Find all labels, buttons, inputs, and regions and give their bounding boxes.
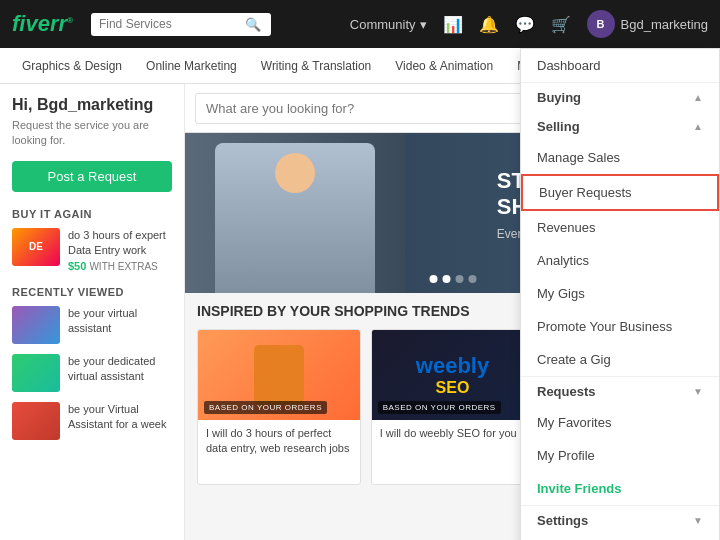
dropdown-settings[interactable]: Settings ▼ xyxy=(521,506,719,535)
weebly-text: weebly xyxy=(416,353,489,379)
notifications-icon[interactable]: 🔔 xyxy=(479,15,499,34)
main-layout: Hi, Bgd_marketing Request the service yo… xyxy=(0,84,720,540)
header-nav: Community ▾ 📊 🔔 💬 🛒 B Bgd_marketing xyxy=(350,10,708,38)
banner-person-head xyxy=(275,153,315,193)
recent-item-2: be your dedicated virtual assistant xyxy=(12,354,172,392)
cart-icon[interactable]: 🛒 xyxy=(551,15,571,34)
recent-item-1: be your virtual assistant xyxy=(12,306,172,344)
username-label: Bgd_marketing xyxy=(621,17,708,32)
based-badge-2: BASED ON YOUR ORDERS xyxy=(378,401,501,414)
header-search-input[interactable] xyxy=(99,17,239,31)
recently-viewed-title: RECENTLY VIEWED xyxy=(12,286,172,298)
banner-dots xyxy=(429,275,476,283)
recent-text-2: be your dedicated virtual assistant xyxy=(68,354,172,385)
card-body-2: I will do weebly SEO for you xyxy=(372,420,534,447)
dropdown-manage-sales[interactable]: Manage Sales xyxy=(521,141,719,174)
buy-again-thumbnail: DE xyxy=(12,228,60,266)
buying-arrow-icon: ▲ xyxy=(693,92,703,103)
cat-graphics[interactable]: Graphics & Design xyxy=(10,48,134,84)
header: fiverr® 🔍 Community ▾ 📊 🔔 💬 🛒 B Bgd_mark… xyxy=(0,0,720,48)
cat-writing[interactable]: Writing & Translation xyxy=(249,48,384,84)
cat-marketing[interactable]: Online Marketing xyxy=(134,48,249,84)
dropdown-invite-friends[interactable]: Invite Friends xyxy=(521,472,719,505)
user-dropdown-menu: Dashboard Buying ▲ Selling ▲ Manage Sale… xyxy=(520,84,720,540)
card-image-2: weebly SEO BASED ON YOUR ORDERS xyxy=(372,330,534,420)
sidebar-greeting: Hi, Bgd_marketing xyxy=(12,96,172,114)
user-menu[interactable]: B Bgd_marketing xyxy=(587,10,708,38)
banner-person-figure xyxy=(215,143,375,293)
dropdown-revenues[interactable]: Revenues xyxy=(521,211,719,244)
buy-again-item: DE do 3 hours of expert Data Entry work … xyxy=(12,228,172,274)
recent-text-3: be your Virtual Assistant for a week xyxy=(68,402,172,433)
weebly-seo-text: SEO xyxy=(436,379,470,397)
cat-video[interactable]: Video & Animation xyxy=(383,48,505,84)
based-badge-1: BASED ON YOUR ORDERS xyxy=(204,401,327,414)
inspired-card-2[interactable]: weebly SEO BASED ON YOUR ORDERS I will d… xyxy=(371,329,535,485)
dropdown-selling[interactable]: Selling ▲ xyxy=(521,112,719,141)
recent-item-3: be your Virtual Assistant for a week xyxy=(12,402,172,440)
dropdown-buyer-requests[interactable]: Buyer Requests xyxy=(521,174,719,211)
card-image-1: BASED ON YOUR ORDERS xyxy=(198,330,360,420)
buy-again-text: do 3 hours of expert Data Entry work $50… xyxy=(68,228,172,274)
dropdown-my-gigs[interactable]: My Gigs xyxy=(521,277,719,310)
dropdown-create-gig[interactable]: Create a Gig xyxy=(521,343,719,376)
dot-2[interactable] xyxy=(442,275,450,283)
logo[interactable]: fiverr® xyxy=(12,11,73,37)
dot-3[interactable] xyxy=(455,275,463,283)
dropdown-help[interactable]: Help xyxy=(521,535,719,540)
card-title-1: I will do 3 hours of perfect data entry,… xyxy=(206,426,352,457)
chevron-down-icon: ▾ xyxy=(420,17,427,32)
dot-4[interactable] xyxy=(468,275,476,283)
settings-arrow-icon: ▼ xyxy=(693,515,703,526)
avatar: B xyxy=(587,10,615,38)
price-tag: $50 xyxy=(68,260,86,272)
dropdown-my-favorites[interactable]: My Favorites xyxy=(521,406,719,439)
requests-arrow-icon: ▼ xyxy=(693,386,703,397)
dropdown-analytics[interactable]: Analytics xyxy=(521,244,719,277)
sidebar: Hi, Bgd_marketing Request the service yo… xyxy=(0,84,185,540)
messages-icon[interactable]: 💬 xyxy=(515,15,535,34)
inspired-card-1[interactable]: BASED ON YOUR ORDERS I will do 3 hours o… xyxy=(197,329,361,485)
search-icon[interactable]: 🔍 xyxy=(245,17,261,32)
buy-again-title: BUY IT AGAIN xyxy=(12,208,172,220)
buy-again-thumb-image: DE xyxy=(12,228,60,266)
header-search-bar: 🔍 xyxy=(91,13,271,36)
card-title-2: I will do weebly SEO for you xyxy=(380,426,526,441)
dropdown-promote[interactable]: Promote Your Business xyxy=(521,310,719,343)
card-body-1: I will do 3 hours of perfect data entry,… xyxy=(198,420,360,463)
post-request-button[interactable]: Post a Request xyxy=(12,161,172,192)
selling-arrow-icon: ▲ xyxy=(693,121,703,132)
recent-thumb-1 xyxy=(12,306,60,344)
sidebar-subtext: Request the service you are looking for. xyxy=(12,118,172,149)
recent-thumb-3 xyxy=(12,402,60,440)
dropdown-buying[interactable]: Buying ▲ xyxy=(521,84,719,112)
dropdown-requests[interactable]: Requests ▼ xyxy=(521,377,719,406)
analytics-icon[interactable]: 📊 xyxy=(443,15,463,34)
banner-person-area xyxy=(185,133,405,293)
dropdown-my-profile[interactable]: My Profile xyxy=(521,439,719,472)
recent-text-1: be your virtual assistant xyxy=(68,306,172,337)
recent-thumb-2 xyxy=(12,354,60,392)
community-menu[interactable]: Community ▾ xyxy=(350,17,427,32)
dot-1[interactable] xyxy=(429,275,437,283)
